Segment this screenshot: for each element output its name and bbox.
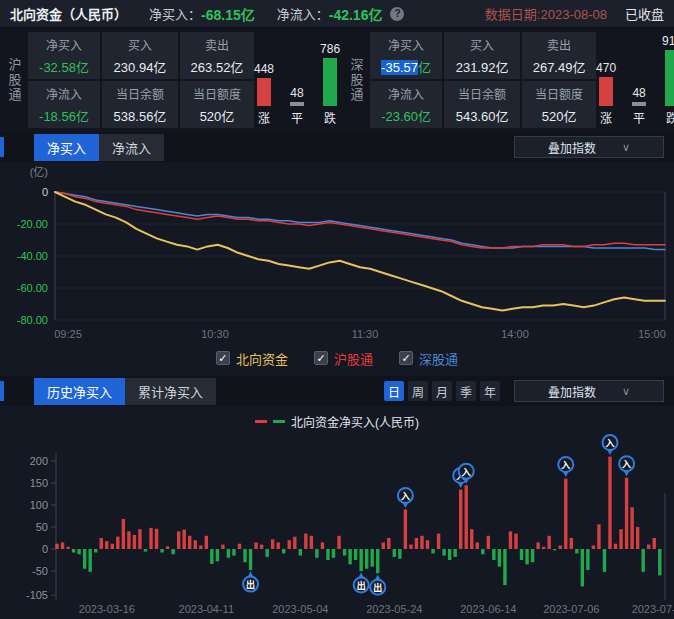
header-bar: 北向资金（人民币） 净买入： -68.15亿 净流入： -42.16亿 ? 数据… xyxy=(0,0,674,28)
svg-text:2023-05-24: 2023-05-24 xyxy=(366,603,422,615)
legend-label: 沪股通 xyxy=(334,349,373,368)
flat-column: 48 平 xyxy=(290,86,304,126)
flat-label: 平 xyxy=(633,109,645,126)
period-year[interactable]: 年 xyxy=(480,381,500,401)
checkbox-checked-icon[interactable]: ✓ xyxy=(399,351,413,365)
svg-text:2023-06-14: 2023-06-14 xyxy=(460,603,516,615)
svg-text:-40.00: -40.00 xyxy=(17,250,48,262)
period-day[interactable]: 日 xyxy=(384,381,404,401)
svg-text:-60.00: -60.00 xyxy=(17,282,48,294)
hu-buy-cell: 买入 230.94亿 xyxy=(102,32,178,79)
cell-value: 263.52亿 xyxy=(191,57,244,76)
shen-net-flow-cell: 净流入 -23.60亿 xyxy=(370,81,442,128)
overlay-label: 叠加指数 xyxy=(548,383,596,400)
checkbox-checked-icon[interactable]: ✓ xyxy=(314,351,328,365)
summary-panels: 沪股通 净买入 -32.58亿 买入 230.94亿 卖出 263.52亿 净流… xyxy=(0,28,674,132)
cell-label: 买入 xyxy=(128,36,152,53)
history-tab-bar: 历史净买入 累计净买入 日 周 月 季 年 叠加指数 ∨ xyxy=(0,376,674,406)
period-quarter[interactable]: 季 xyxy=(456,381,476,401)
svg-text:入: 入 xyxy=(560,460,570,470)
tab-net-buy[interactable]: 净买入 xyxy=(34,134,99,161)
up-count: 448 xyxy=(254,62,274,76)
hu-sell-cell: 卖出 263.52亿 xyxy=(180,32,254,79)
tab-cumulative-net-buy[interactable]: 累计净买入 xyxy=(125,378,216,405)
svg-text:2023-07-27: 2023-07-27 xyxy=(632,603,674,615)
bar-legend-label: 北向资金净买入(人民币) xyxy=(291,413,419,430)
cell-label: 当日余额 xyxy=(116,85,164,102)
daily-bar-chart: 200150100500-50-1052023-03-162023-04-112… xyxy=(0,408,674,619)
svg-text:150: 150 xyxy=(30,477,48,489)
cell-value: 520亿 xyxy=(542,106,577,125)
svg-text:2023-05-04: 2023-05-04 xyxy=(272,603,328,615)
legend-label: 北向资金 xyxy=(236,349,288,368)
flat-count: 48 xyxy=(632,86,645,100)
cell-value: 538.56亿 xyxy=(114,106,167,125)
flat-bar xyxy=(290,102,304,106)
cell-label: 净买入 xyxy=(388,36,424,53)
cell-label: 当日余额 xyxy=(458,85,506,102)
unit: 亿 xyxy=(418,60,431,75)
legend-label: 深股通 xyxy=(419,349,458,368)
shen-panel-name: 深股通 xyxy=(342,32,370,128)
svg-text:0: 0 xyxy=(42,543,48,555)
legend-hu[interactable]: ✓ 沪股通 xyxy=(314,349,373,368)
hu-breadth-chart: 448 涨 48 平 786 跌 xyxy=(254,32,340,128)
svg-text:入: 入 xyxy=(604,438,614,448)
period-switcher: 日 周 月 季 年 xyxy=(384,381,500,401)
svg-text:2023-04-11: 2023-04-11 xyxy=(179,603,234,615)
up-count: 470 xyxy=(596,61,616,75)
period-week[interactable]: 周 xyxy=(408,381,428,401)
svg-text:-105: -105 xyxy=(26,589,48,601)
svg-text:-80.00: -80.00 xyxy=(17,314,48,326)
cell-value: 231.92亿 xyxy=(456,57,509,76)
tab-net-flow[interactable]: 净流入 xyxy=(99,134,164,161)
up-column: 448 涨 xyxy=(254,62,274,126)
svg-text:(亿): (亿) xyxy=(30,166,48,178)
up-bar xyxy=(599,77,613,106)
svg-text:入: 入 xyxy=(621,459,631,469)
net-flow-value: -42.16亿 xyxy=(329,4,383,24)
up-label: 涨 xyxy=(258,109,270,126)
shen-quota-cell: 当日额度 520亿 xyxy=(522,81,596,128)
svg-text:14:00: 14:00 xyxy=(501,328,529,340)
flat-label: 平 xyxy=(291,109,303,126)
legend-north[interactable]: ✓ 北向资金 xyxy=(216,349,288,368)
cell-value: 267.49亿 xyxy=(533,57,586,76)
cell-label: 净买入 xyxy=(46,36,82,53)
cell-value: 520亿 xyxy=(200,106,235,125)
svg-text:出: 出 xyxy=(246,579,255,590)
period-month[interactable]: 月 xyxy=(432,381,452,401)
overlay-index-select[interactable]: 叠加指数 ∨ xyxy=(514,380,664,402)
shen-sell-cell: 卖出 267.49亿 xyxy=(522,32,596,79)
down-label: 跌 xyxy=(666,109,674,126)
hu-quota-cell: 当日额度 520亿 xyxy=(180,81,254,128)
legend-shen[interactable]: ✓ 深股通 xyxy=(399,349,458,368)
red-dash-icon xyxy=(255,420,267,423)
cell-label: 当日额度 xyxy=(193,85,241,102)
cell-value: -23.60亿 xyxy=(381,106,431,125)
help-icon[interactable]: ? xyxy=(390,7,404,21)
overlay-index-select[interactable]: 叠加指数 ∨ xyxy=(514,136,664,158)
hu-net-flow-cell: 净流入 -18.56亿 xyxy=(28,81,100,128)
cell-value: 230.94亿 xyxy=(114,57,167,76)
series-legend: ✓ 北向资金 ✓ 沪股通 ✓ 深股通 xyxy=(0,344,674,372)
down-bar xyxy=(665,50,674,106)
svg-text:100: 100 xyxy=(30,499,48,511)
svg-text:15:00: 15:00 xyxy=(638,328,666,340)
checkbox-checked-icon[interactable]: ✓ xyxy=(216,351,230,365)
svg-text:10:30: 10:30 xyxy=(201,328,229,340)
flat-column: 48 平 xyxy=(632,86,646,126)
hu-panel: 沪股通 净买入 -32.58亿 买入 230.94亿 卖出 263.52亿 净流… xyxy=(0,28,342,132)
tab-history-net-buy[interactable]: 历史净买入 xyxy=(34,378,125,405)
down-bar xyxy=(323,58,337,106)
intraday-line-chart: (亿)0-20.00-40.00-60.00-80.0009:2510:3011… xyxy=(0,162,674,344)
market-status-badge: 已收盘 xyxy=(625,4,664,23)
down-column: 786 跌 xyxy=(320,42,340,126)
bar-chart-legend: 北向资金净买入(人民币) xyxy=(0,412,674,430)
selected-number: -35.57 xyxy=(381,60,418,75)
svg-text:-20.00: -20.00 xyxy=(17,218,48,230)
up-column: 470 涨 xyxy=(596,61,616,126)
svg-text:-50: -50 xyxy=(32,565,48,577)
cell-label: 卖出 xyxy=(205,36,229,53)
svg-text:50: 50 xyxy=(36,521,48,533)
